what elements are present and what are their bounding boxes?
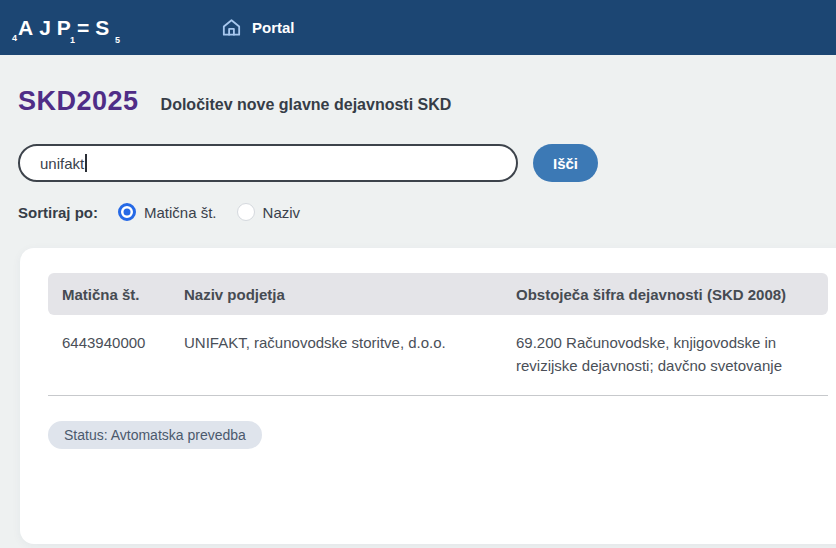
results-card: Matična št. Naziv podjetja Obstoječa šif… <box>20 248 836 544</box>
portal-home-link[interactable]: Portal <box>220 16 295 39</box>
search-button[interactable]: Išči <box>533 144 598 182</box>
ajpes-logo[interactable]: 4 A J P = S 1 5 <box>18 11 128 45</box>
sort-label: Sortiraj po: <box>18 204 98 221</box>
logo-letter: = <box>77 17 90 38</box>
logo-digit: 4 <box>12 33 17 43</box>
column-header-naziv: Naziv podjetja <box>170 286 502 303</box>
logo-letter: J <box>39 17 52 38</box>
text-cursor <box>85 154 87 172</box>
search-row: unifakt Išči <box>18 144 598 182</box>
column-header-sifra: Obstoječa šifra dejavnosti (SKD 2008) <box>502 286 828 303</box>
table-header-row: Matična št. Naziv podjetja Obstoječa šif… <box>48 273 828 315</box>
sort-option-naziv[interactable]: Naziv <box>237 203 301 221</box>
sort-controls: Sortiraj po: Matična št. Naziv <box>18 203 300 221</box>
logo-letter: A <box>18 17 34 38</box>
sort-option-label: Naziv <box>263 204 301 221</box>
search-input-value: unifakt <box>40 155 84 172</box>
row-divider <box>48 395 828 396</box>
sort-option-maticna[interactable]: Matična št. <box>118 203 217 221</box>
search-input[interactable]: unifakt <box>18 144 518 182</box>
home-icon <box>220 16 243 39</box>
page-title-row: SKD2025 Določitev nove glavne dejavnosti… <box>18 86 451 117</box>
sort-option-label: Matična št. <box>144 204 217 221</box>
logo-digit: 1 <box>70 35 75 45</box>
table-row[interactable]: 6443940000 UNIFAKT, računovodske storitv… <box>48 315 828 395</box>
portal-label: Portal <box>252 19 295 36</box>
cell-sifra: 69.200 Računovodske, knjigovodske in rev… <box>502 331 828 395</box>
page-title: SKD2025 <box>18 86 139 117</box>
radio-button-icon[interactable] <box>237 203 255 221</box>
top-nav-bar: 4 A J P = S 1 5 Portal <box>0 0 836 55</box>
radio-button-icon[interactable] <box>118 203 136 221</box>
logo-letter: S <box>95 17 110 38</box>
cell-maticna: 6443940000 <box>48 331 170 395</box>
column-header-maticna: Matična št. <box>48 286 170 303</box>
logo-digit: 5 <box>115 35 120 45</box>
status-badge: Status: Avtomatska prevedba <box>48 421 262 449</box>
cell-naziv: UNIFAKT, računovodske storitve, d.o.o. <box>170 331 502 395</box>
page-subtitle: Določitev nove glavne dejavnosti SKD <box>161 96 452 114</box>
